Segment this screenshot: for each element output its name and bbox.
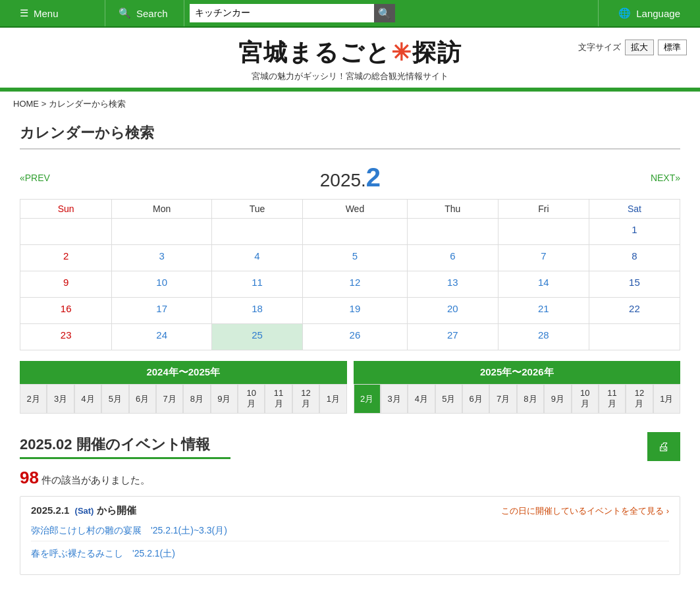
year-month-btn[interactable]: 1月: [653, 384, 680, 414]
cal-cell-26[interactable]: 26: [303, 324, 408, 350]
cal-date-link[interactable]: 23: [61, 329, 72, 341]
cal-date-link[interactable]: 1: [632, 224, 637, 235]
breadcrumb-home[interactable]: HOME: [13, 99, 39, 109]
cal-date-link[interactable]: 28: [538, 329, 549, 341]
year-month-btn[interactable]: 4月: [74, 384, 101, 414]
cal-cell-14[interactable]: 14: [498, 271, 589, 298]
year-month-btn[interactable]: 5月: [101, 384, 128, 414]
cal-cell-18[interactable]: 18: [212, 298, 303, 324]
cal-date-link[interactable]: 11: [252, 277, 263, 288]
calendar-next-button[interactable]: NEXT»: [651, 173, 680, 183]
search-icon: 🔍: [119, 7, 131, 19]
cal-cell-5[interactable]: 5: [303, 245, 408, 271]
menu-button[interactable]: ☰ Menu: [0, 0, 105, 26]
cal-cell-empty: [407, 219, 498, 245]
breadcrumb-separator: >: [41, 99, 49, 109]
cal-date-link[interactable]: 9: [63, 277, 68, 288]
year-month-btn[interactable]: 10月: [238, 384, 265, 414]
year-month-btn[interactable]: 6月: [129, 384, 156, 414]
event-see-all-link[interactable]: この日に開催しているイベントを全て見る ›: [501, 505, 669, 517]
cal-cell-23[interactable]: 23: [20, 324, 112, 350]
cal-cell-27[interactable]: 27: [407, 324, 498, 350]
cal-date-link[interactable]: 21: [538, 303, 549, 314]
cal-cell-7[interactable]: 7: [498, 245, 589, 271]
year-block-title-2: 2025年〜2026年: [354, 361, 681, 384]
year-month-btn[interactable]: 10月: [572, 384, 599, 414]
year-month-btn[interactable]: 6月: [462, 384, 489, 414]
year-month-btn[interactable]: 7月: [156, 384, 183, 414]
cal-cell-17[interactable]: 17: [112, 298, 212, 324]
cal-cell-9[interactable]: 9: [20, 271, 112, 298]
year-month-btn[interactable]: 2月: [20, 384, 47, 414]
year-month-btn[interactable]: 7月: [489, 384, 516, 414]
event-item-link-1[interactable]: 弥治郎こけし村の雛の宴展 '25.2.1(土)~3.3(月): [31, 521, 669, 541]
cal-cell-6[interactable]: 6: [407, 245, 498, 271]
cal-cell-16[interactable]: 16: [20, 298, 112, 324]
cal-cell-3[interactable]: 3: [112, 245, 212, 271]
result-count-number: 98: [20, 468, 39, 487]
search-submit-button[interactable]: 🔍: [374, 4, 395, 22]
cal-date-link[interactable]: 18: [252, 303, 263, 314]
cal-date-link[interactable]: 27: [447, 329, 458, 341]
cal-date-link[interactable]: 26: [350, 329, 361, 341]
year-month-btn[interactable]: 11月: [599, 384, 626, 414]
event-item-link-2[interactable]: 春を呼ぶ裸たるみこし '25.2.1(土): [31, 544, 669, 564]
cal-cell-2[interactable]: 2: [20, 245, 112, 271]
cal-cell-10[interactable]: 10: [112, 271, 212, 298]
year-month-btn[interactable]: 12月: [626, 384, 653, 414]
year-month-btn[interactable]: 1月: [319, 384, 346, 414]
cal-cell-15[interactable]: 15: [589, 271, 680, 298]
cal-date-link[interactable]: 22: [629, 303, 640, 314]
cal-cell-11[interactable]: 11: [212, 271, 303, 298]
cal-date-link[interactable]: 6: [450, 250, 455, 261]
year-month-btn[interactable]: 3月: [381, 384, 408, 414]
main-content: カレンダーから検索 «PREV 2025.2 NEXT» Sun Mon Tue…: [0, 117, 700, 600]
cal-date-link[interactable]: 5: [352, 250, 358, 261]
year-month-btn[interactable]: 8月: [517, 384, 544, 414]
cal-cell-22[interactable]: 22: [589, 298, 680, 324]
lang-icon: 🌐: [618, 7, 631, 19]
cal-cell-20[interactable]: 20: [407, 298, 498, 324]
cal-cell-24[interactable]: 24: [112, 324, 212, 350]
year-month-btn[interactable]: 4月: [408, 384, 435, 414]
cal-cell-19[interactable]: 19: [303, 298, 408, 324]
print-button[interactable]: 🖨: [647, 432, 680, 461]
year-month-btn[interactable]: 8月: [183, 384, 210, 414]
cal-cell-12[interactable]: 12: [303, 271, 408, 298]
language-button[interactable]: 🌐 Language: [599, 0, 700, 26]
cal-date-link[interactable]: 15: [629, 277, 640, 288]
cal-date-link[interactable]: 20: [447, 303, 458, 314]
year-month-btn-active[interactable]: 2月: [354, 384, 381, 414]
cal-date-link[interactable]: 24: [156, 329, 167, 341]
cal-date-link[interactable]: 25: [252, 329, 263, 341]
cal-date-link[interactable]: 14: [538, 277, 549, 288]
cal-cell-8[interactable]: 8: [589, 245, 680, 271]
search-input[interactable]: [190, 4, 374, 22]
cal-cell-13[interactable]: 13: [407, 271, 498, 298]
year-month-btn[interactable]: 12月: [292, 384, 319, 414]
font-size-normal-button[interactable]: 標準: [658, 40, 687, 55]
year-month-btn[interactable]: 11月: [265, 384, 292, 414]
cal-cell-21[interactable]: 21: [498, 298, 589, 324]
year-month-btn[interactable]: 9月: [544, 384, 571, 414]
cal-date-link[interactable]: 7: [541, 250, 546, 261]
cal-cell-25[interactable]: 25: [212, 324, 303, 350]
cal-date-link[interactable]: 19: [350, 303, 361, 314]
year-month-btn[interactable]: 9月: [211, 384, 238, 414]
calendar-prev-button[interactable]: «PREV: [20, 173, 50, 183]
cal-date-link[interactable]: 2: [63, 250, 68, 261]
cal-cell-28[interactable]: 28: [498, 324, 589, 350]
font-size-large-button[interactable]: 拡大: [625, 40, 654, 55]
cal-cell-4[interactable]: 4: [212, 245, 303, 271]
cal-date-link[interactable]: 17: [156, 303, 167, 314]
cal-date-link[interactable]: 10: [156, 277, 167, 288]
cal-date-link[interactable]: 12: [350, 277, 361, 288]
cal-date-link[interactable]: 16: [61, 303, 72, 314]
cal-date-link[interactable]: 4: [254, 250, 259, 261]
cal-cell-1[interactable]: 1: [589, 219, 680, 245]
cal-date-link[interactable]: 3: [159, 250, 164, 261]
year-month-btn[interactable]: 3月: [47, 384, 74, 414]
cal-date-link[interactable]: 13: [447, 277, 458, 288]
year-month-btn[interactable]: 5月: [435, 384, 462, 414]
cal-date-link[interactable]: 8: [632, 250, 637, 261]
